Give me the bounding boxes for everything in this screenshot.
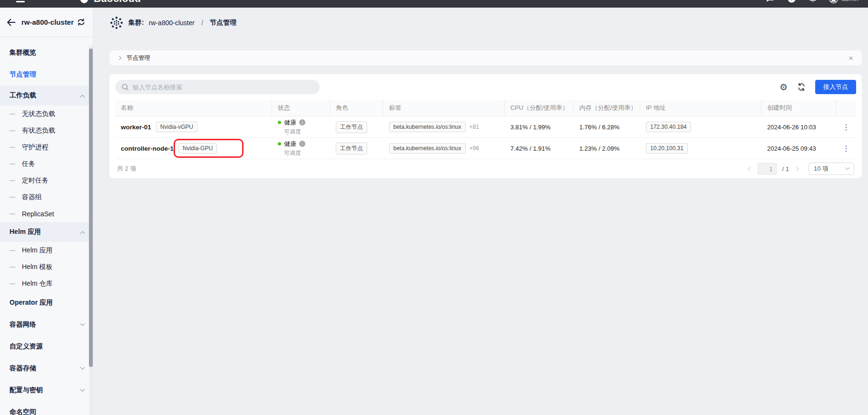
info-icon[interactable]: i [299,141,305,147]
sidebar-item[interactable]: 容器网络 [0,314,93,336]
page-size-value: 10 项 [814,164,829,173]
cluster-dots-icon [109,16,124,30]
dash-icon [10,147,15,148]
svg-text:?: ? [790,0,793,1]
pagination-bar: 共 2 项 1 / 1 10 项 [115,159,856,178]
gpu-tag-annotation-wrap: Nvidia-GPU [178,143,217,154]
search-icon [122,84,129,91]
table-body: worker-01 Nvidia-vGPU 健康 i [115,116,856,159]
help-icon[interactable]: ? [788,0,796,3]
topbar: Baocloud ? admin [0,0,868,8]
sidebar-item[interactable]: 容器组 [0,189,93,205]
search-input[interactable] [133,84,313,91]
prev-page-icon[interactable] [748,166,752,171]
sidebar-item-label: 定时任务 [22,176,49,185]
ip-address-tag: 10.20.100.31 [646,143,688,154]
notification-bell-icon[interactable] [809,0,817,3]
sidebar-item-label: 容器网络 [10,320,36,329]
sidebar-item[interactable]: 无状态负载 [0,106,93,122]
message-icon[interactable] [766,0,774,2]
sidebar-item[interactable]: Helm 模板 [0,259,93,275]
sidebar-item[interactable]: ReplicaSet [0,205,93,222]
brand-name: Baocloud [94,0,141,4]
sidebar-item-label: ReplicaSet [22,210,54,218]
node-search [115,80,320,94]
next-page-icon[interactable] [794,166,799,171]
node-label-tag: beta.kubernetes.io/os:linux [389,122,466,132]
switch-cluster-icon[interactable] [77,19,85,26]
sidebar-item-label: 节点管理 [10,70,36,79]
table-toolbar: ⚙ 接入节点 [115,80,856,94]
column-header: 创建时间 [761,100,836,116]
dash-icon [10,197,15,198]
add-node-button[interactable]: 接入节点 [815,80,856,94]
sidebar-item-label: Helm 仓库 [22,280,53,288]
chevron-icon [80,321,85,326]
user-avatar[interactable] [829,0,838,3]
node-name[interactable]: worker-01 [121,124,151,131]
node-name[interactable]: controller-node-1 [121,145,174,152]
sidebar-item[interactable]: 有状态负载 [0,122,93,139]
sidebar-item[interactable]: 守护进程 [0,139,93,155]
sidebar-scrollbar-track [89,46,93,415]
cluster-name: rw-a800-cluster [21,18,77,26]
label-more-count[interactable]: +96 [469,145,479,152]
chevron-icon [80,386,85,391]
sidebar-item[interactable]: 集群概览 [0,42,93,64]
sidebar-item[interactable]: 容器存储 [0,357,93,379]
menu-icon[interactable] [16,0,25,2]
sidebar-scrollbar-thumb[interactable] [89,48,93,367]
row-actions-kebab-icon[interactable]: ⋮ [839,123,853,132]
sidebar-item[interactable]: 命名空间 [0,401,93,415]
node-table: 名称 状态 角色 标签 CPU（分配/使用率） 内存（分配/使用率） IP 地址 [115,100,856,178]
sidebar-item-label: Helm 应用 [22,246,53,255]
sidebar-item[interactable]: 配置与密钥 [0,379,93,401]
status-dot [278,121,281,124]
breadcrumb-cluster[interactable]: rw-a800-cluster [149,19,195,27]
gpu-tag: Nvidia-GPU [178,143,217,154]
sidebar-item[interactable]: Helm 应用 [0,242,93,259]
sidebar-item[interactable]: 自定义资源 [0,336,93,357]
status-text: 健康 [284,118,296,127]
role-tag: 工作节点 [336,143,367,154]
total-count: 共 2 项 [117,164,136,173]
memory-usage: 1.76% / 6.28% [574,116,640,137]
cpu-usage: 7.42% / 1.91% [505,138,574,159]
sidebar-item[interactable]: 工作负载 [0,86,93,106]
column-header: CPU（分配/使用率） [505,100,574,116]
sidebar-item[interactable]: Helm 应用 [0,222,93,242]
sidebar-item[interactable]: 任务 [0,155,93,172]
page-size-select[interactable]: 10 项 [809,163,854,175]
label-more-count[interactable]: +81 [469,124,479,130]
sidebar-item[interactable]: 定时任务 [0,172,93,189]
chevron-down-icon [845,165,850,170]
dash-icon [10,250,15,251]
sidebar-item[interactable]: Operator 应用 [0,292,93,314]
tab-title[interactable]: 节点管理 [127,54,150,62]
tab-close-icon[interactable]: × [848,54,853,62]
tab-expand-chevron-icon[interactable] [117,56,121,60]
column-header: 标签 [383,100,505,116]
status-text: 健康 [284,140,296,148]
dash-icon [10,164,15,164]
brand-logo-shield-icon [79,0,89,4]
info-icon[interactable]: i [299,119,305,125]
gear-icon[interactable]: ⚙ [780,83,788,92]
sidebar-item[interactable]: 节点管理 [0,64,93,86]
sidebar-item-label: 命名空间 [10,408,36,415]
refresh-icon[interactable] [797,83,806,91]
row-actions-kebab-icon[interactable]: ⋮ [839,144,853,153]
back-arrow-icon[interactable] [7,19,16,26]
created-time: 2024-06-25 09:43 [761,138,836,159]
sidebar-item[interactable]: Helm 仓库 [0,275,93,292]
gpu-tag-annotation-wrap: Nvidia-vGPU [156,122,197,132]
page-number-input[interactable]: 1 [758,163,777,174]
username-label[interactable]: admin [842,0,858,2]
dash-icon [10,213,15,214]
sidebar-item-label: 自定义资源 [10,342,43,351]
column-header: 状态 [272,100,330,116]
table-row: controller-node-1 Nvidia-GPU 健康 i [115,138,856,159]
column-header [836,100,856,116]
main-content: 集群: rw-a800-cluster / 节点管理 节点管理 × ⚙ [93,8,868,415]
sidebar-item-label: 集群概览 [10,48,36,57]
